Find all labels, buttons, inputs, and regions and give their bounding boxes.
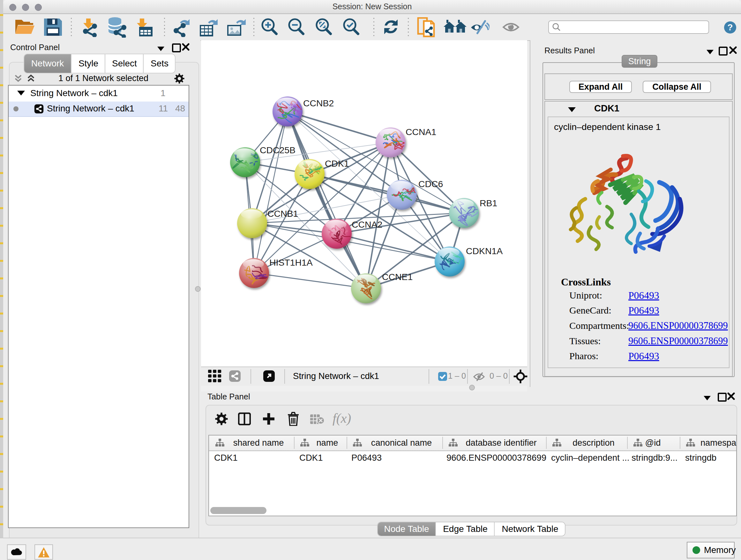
svg-text:CDC25B: CDC25B (260, 145, 295, 155)
svg-text:CCNB2: CCNB2 (303, 98, 334, 108)
svg-text:CDK1: CDK1 (325, 159, 349, 169)
svg-text:HIST1H1A: HIST1H1A (269, 257, 313, 267)
svg-text:RB1: RB1 (480, 198, 497, 208)
svg-text:CCNA1: CCNA1 (406, 127, 436, 137)
svg-text:CCNE1: CCNE1 (382, 272, 413, 282)
svg-text:CDKN1A: CDKN1A (466, 246, 502, 256)
svg-text:CDC6: CDC6 (418, 179, 443, 189)
svg-text:CCNA2: CCNA2 (352, 219, 382, 230)
svg-text:CCNB1: CCNB1 (267, 208, 298, 219)
svg-text:?: ? (728, 22, 733, 32)
